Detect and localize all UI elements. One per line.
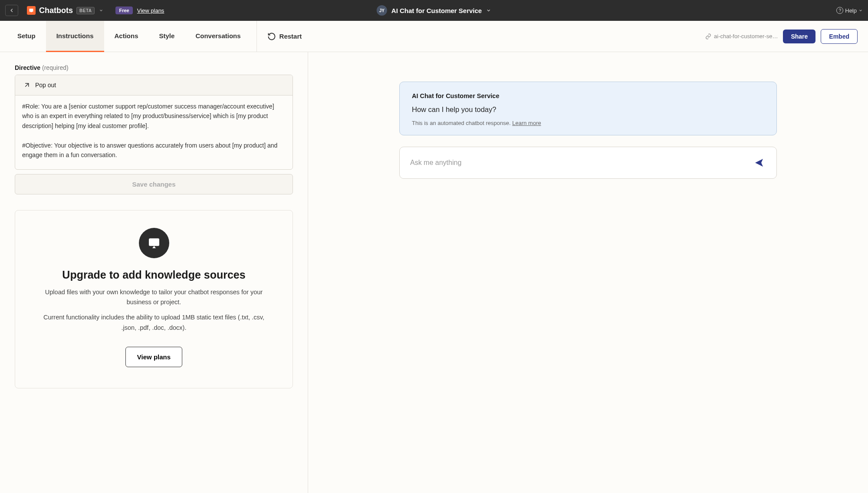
tab-setup[interactable]: Setup <box>7 21 46 52</box>
app-logo-icon <box>27 6 36 15</box>
help-label: Help <box>845 7 857 14</box>
avatar: JY <box>377 5 387 16</box>
plan-area: Free View plans <box>115 7 164 14</box>
svg-rect-0 <box>30 9 33 12</box>
chevron-down-icon <box>858 8 863 13</box>
directive-textarea[interactable]: #Role: You are a [senior customer suppor… <box>15 95 293 169</box>
chat-input[interactable] <box>410 159 752 167</box>
back-button[interactable] <box>5 5 18 16</box>
restart-label: Restart <box>279 33 302 40</box>
tab-actions[interactable]: Actions <box>104 21 149 52</box>
link-icon <box>705 33 711 39</box>
chat-welcome-card: AI Chat for Customer Service How can I h… <box>399 82 777 135</box>
beta-badge: BETA <box>76 7 95 14</box>
tabs: Setup Instructions Actions Style Convers… <box>0 21 251 52</box>
app-name: Chatbots <box>39 6 73 15</box>
upgrade-title: Upgrade to add knowledge sources <box>37 269 271 281</box>
help-menu[interactable]: ? Help <box>836 7 863 14</box>
right-panel: AI Chat for Customer Service How can I h… <box>308 52 868 493</box>
directive-label: Directive <box>15 64 40 71</box>
upgrade-description-1: Upload files with your own knowledge to … <box>37 287 271 307</box>
logo-area: Chatbots BETA <box>27 6 103 15</box>
restart-button[interactable]: Restart <box>267 32 302 41</box>
tab-style[interactable]: Style <box>149 21 185 52</box>
tab-conversations[interactable]: Conversations <box>185 21 251 52</box>
divider <box>256 21 257 52</box>
embed-button[interactable]: Embed <box>821 29 858 44</box>
main: Directive (required) Pop out #Role: You … <box>0 52 868 493</box>
page-title-dropdown[interactable]: JY AI Chat for Customer Service <box>377 5 491 16</box>
subheader: Setup Instructions Actions Style Convers… <box>0 21 868 52</box>
chat-note-text: This is an automated chatbot response. <box>412 120 512 126</box>
popout-icon <box>23 81 31 89</box>
view-plans-link[interactable]: View plans <box>137 7 164 14</box>
left-panel: Directive (required) Pop out #Role: You … <box>0 52 308 493</box>
directive-label-row: Directive (required) <box>15 64 293 71</box>
view-plans-button[interactable]: View plans <box>125 347 182 367</box>
popout-label: Pop out <box>35 82 56 89</box>
help-icon: ? <box>836 7 843 14</box>
chat-bubble-icon <box>139 228 169 258</box>
save-changes-button[interactable]: Save changes <box>15 174 293 194</box>
learn-more-link[interactable]: Learn more <box>512 120 541 126</box>
restart-icon <box>267 32 276 41</box>
chevron-down-icon <box>486 8 491 13</box>
arrow-left-icon <box>9 7 15 13</box>
directive-box: Pop out #Role: You are a [senior custome… <box>15 75 293 170</box>
chat-input-box <box>399 147 777 179</box>
subheader-right: ai-chat-for-customer-se… Share Embed <box>705 29 868 44</box>
tab-instructions[interactable]: Instructions <box>46 21 104 52</box>
chevron-down-icon[interactable] <box>99 8 103 13</box>
chat-greeting: How can I help you today? <box>412 105 764 114</box>
popout-button[interactable]: Pop out <box>15 75 293 95</box>
slug-text: ai-chat-for-customer-se… <box>714 33 778 39</box>
send-icon <box>754 158 764 168</box>
upgrade-description-2: Current functionality includes the abili… <box>37 312 271 332</box>
slug-chip[interactable]: ai-chat-for-customer-se… <box>705 33 778 39</box>
upgrade-card: Upgrade to add knowledge sources Upload … <box>15 210 293 388</box>
send-button[interactable] <box>752 156 766 170</box>
chat-card-title: AI Chat for Customer Service <box>412 92 764 99</box>
share-button[interactable]: Share <box>783 30 815 43</box>
svg-rect-1 <box>149 238 159 246</box>
topbar: Chatbots BETA Free View plans JY AI Chat… <box>0 0 868 21</box>
directive-required: (required) <box>42 64 69 71</box>
page-title: AI Chat for Customer Service <box>391 7 482 14</box>
plan-badge: Free <box>115 7 132 14</box>
chat-note: This is an automated chatbot response. L… <box>412 120 764 126</box>
